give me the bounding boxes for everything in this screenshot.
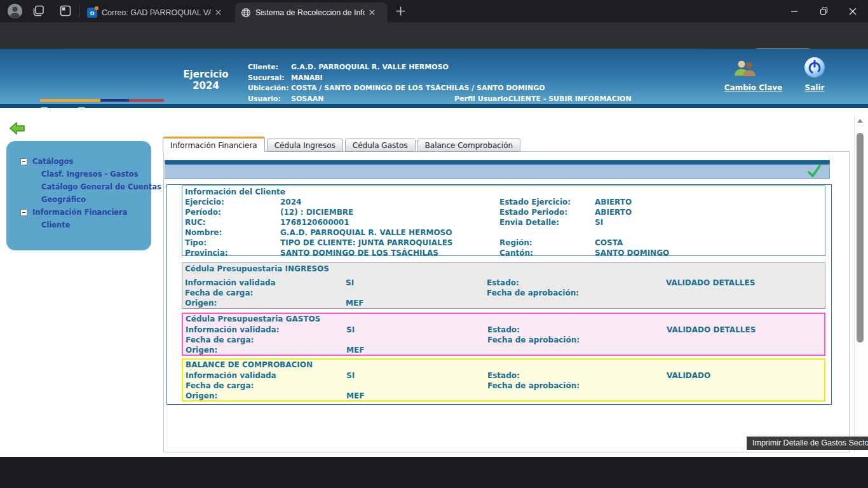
close-window-button[interactable] — [839, 0, 866, 22]
panel-title: Información del Cliente — [182, 186, 825, 197]
ubicacion-label: Ubicación: — [248, 84, 289, 92]
cambio-clave-icon[interactable] — [732, 59, 757, 78]
tab-label: Cédula Ingresos — [275, 141, 336, 150]
field-value: VALIDADO — [667, 371, 824, 380]
tab-actions-icon[interactable] — [60, 5, 71, 17]
field-value: ABIERTO — [595, 198, 825, 207]
collapse-icon[interactable] — [20, 158, 27, 165]
field-label: Estado: — [487, 325, 667, 334]
status-tooltip: Imprimir Detalle de Gastos Sector — [747, 437, 868, 450]
tab-label: Balance Comprobación — [425, 141, 513, 150]
tab-balance-comprobacion[interactable]: Balance Comprobación — [417, 139, 521, 152]
field-label: Fecha de aprobación: — [487, 336, 667, 344]
tab-title: Sistema de Recoleccion de Inform — [255, 8, 365, 17]
logo-tricolor-bar — [40, 99, 164, 102]
field-label: Estado: — [487, 278, 666, 287]
field-row: Fecha de carga:Fecha de aprobación: — [183, 335, 824, 345]
field-value: SANTO DOMINGO DE LOS TSÁCHILAS — [280, 248, 499, 257]
field-row: Fecha de carga:Fecha de aprobación: — [182, 288, 825, 298]
field-row: RUC:1768120600001Envia Detalle:SI — [182, 217, 825, 227]
tree-label: Catálogo General de Cuentas — [41, 182, 161, 191]
scroll-up-icon[interactable] — [857, 119, 863, 123]
field-row: Nombre:G.A.D. PARROQUIAL R. VALLE HERMOS… — [182, 227, 825, 238]
tab-informacion-financiera[interactable]: Información Financiera — [163, 137, 265, 152]
vertical-scrollbar[interactable] — [854, 115, 865, 452]
minimize-button[interactable] — [781, 0, 808, 22]
tree-node-geografico[interactable]: Geográfico — [20, 193, 151, 206]
field-row: Origen:MEF — [182, 298, 825, 308]
tree-node-clasf-ingresos-gastos[interactable]: Clasf. Ingresos - Gastos — [20, 168, 151, 180]
restore-button[interactable] — [810, 0, 837, 22]
workspaces-icon[interactable] — [33, 5, 44, 17]
tree-label: Clasf. Ingresos - Gastos — [41, 170, 139, 179]
field-label: Nombre: — [185, 228, 280, 237]
field-row: Información validadaSIEstado:VALIDADO — [183, 370, 824, 381]
close-tab-icon[interactable] — [215, 10, 221, 15]
tree-node-catalogo-general[interactable]: Catálogo General de Cuentas — [20, 180, 151, 193]
back-green-arrow-icon[interactable] — [9, 121, 26, 136]
field-label: RUC: — [185, 218, 280, 227]
field-value: SANTO DOMINGO — [595, 248, 825, 257]
field-label: Tipo: — [185, 238, 280, 247]
field-row: Ejercicio:2024Estado Ejercicio:ABIERTO — [182, 197, 825, 207]
field-label: Provincia: — [185, 248, 280, 257]
field-value: G.A.D. PARROQUIAL R. VALLE HERMOSO — [280, 228, 499, 237]
field-label: Información validada — [186, 371, 346, 380]
field-row: Fecha de carga:Fecha de aprobación: — [183, 381, 824, 391]
tab-cedula-ingresos[interactable]: Cédula Ingresos — [267, 139, 343, 152]
outlook-icon: o — [87, 8, 97, 18]
field-label: Fecha de carga: — [186, 336, 346, 344]
panel-title: Cédula Presupuestaria INGRESOS — [182, 263, 825, 274]
field-label: Fecha de aprobación: — [487, 381, 667, 390]
browser-tab-correo[interactable]: o Correo: GAD PARROQUIAL VALLE — [81, 3, 233, 22]
field-label: Cantón: — [499, 248, 595, 257]
new-tab-icon[interactable] — [395, 6, 406, 17]
power-icon[interactable] — [804, 57, 825, 78]
field-value: SI — [346, 371, 487, 380]
salir-link[interactable]: Salir — [796, 83, 834, 92]
tree-node-informacion-financiera[interactable]: Información Financiera — [20, 206, 151, 219]
field-label: Región: — [499, 238, 595, 247]
scrollbar-thumb[interactable] — [857, 133, 864, 342]
browser-tab-sistema[interactable]: Sistema de Recoleccion de Inform — [235, 3, 388, 22]
perfil-label: Perfil Usuario: — [454, 95, 511, 103]
validated-check-icon — [806, 164, 822, 179]
field-value: SI — [346, 325, 487, 334]
field-label: Origen: — [186, 346, 346, 355]
field-value: VALIDADO DETALLES — [667, 325, 824, 334]
field-value: MEF — [346, 299, 487, 308]
field-label: Fecha de carga: — [186, 381, 346, 390]
status-bar-strip — [165, 160, 830, 179]
perfil-value: CLIENTE - SUBIR INFORMACION — [508, 95, 632, 103]
field-label: Información validada: — [186, 325, 346, 334]
field-value: SI — [346, 278, 487, 287]
field-value: VALIDADO DETALLES — [666, 278, 825, 287]
field-row: Tipo:TIPO DE CLIENTE: JUNTA PARROQUIALES… — [182, 238, 825, 248]
tree-label: Catálogos — [32, 157, 73, 166]
tree-node-catalogos[interactable]: Catálogos — [20, 155, 151, 168]
field-value: SI — [595, 218, 825, 227]
field-label: Fecha de aprobación: — [487, 288, 666, 297]
profile-avatar-icon[interactable] — [8, 4, 22, 18]
ejercicio-year: 2024 — [177, 80, 235, 92]
usuario-value: SOSAAN — [291, 95, 323, 103]
ejercicio-block: Ejercicio 2024 — [177, 69, 235, 92]
field-label: Fecha de carga: — [185, 288, 346, 297]
ejercicio-label: Ejercicio — [177, 69, 235, 80]
field-value: COSTA — [595, 238, 825, 247]
field-value: ABIERTO — [595, 208, 825, 217]
tree-label: Cliente — [41, 220, 71, 229]
tab-cedula-gastos[interactable]: Cédula Gastos — [345, 139, 416, 152]
collapse-icon[interactable] — [20, 209, 27, 216]
cliente-label: Cliente: — [248, 63, 278, 71]
tree-node-cliente[interactable]: Cliente — [20, 219, 151, 231]
field-row: Información validada:SIEstado:VALIDADO D… — [183, 325, 824, 335]
field-row: Información validadaSIEstado:VALIDADO DE… — [182, 278, 825, 288]
cambio-clave-link[interactable]: Cambio Clave — [717, 83, 790, 92]
gastos-panel: Cédula Presupuestaria GASTOS Información… — [182, 313, 825, 356]
outlook-badge-dot — [95, 6, 98, 10]
field-label: Estado Ejercicio: — [499, 198, 595, 207]
navigation-tree: Catálogos Clasf. Ingresos - Gastos Catál… — [6, 141, 151, 250]
close-tab-icon[interactable] — [369, 10, 375, 15]
field-row: Origen:MEF — [183, 391, 824, 401]
